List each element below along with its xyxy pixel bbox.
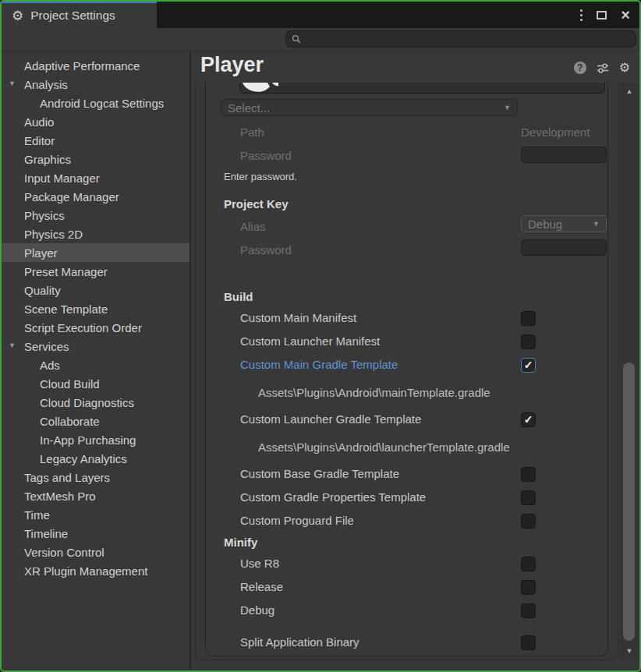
- sidebar-item-label: Services: [24, 340, 69, 353]
- sidebar-item-android-logcat-settings[interactable]: Android Logcat Settings: [2, 94, 189, 112]
- split-application-binary-label: Split Application Binary: [240, 635, 359, 650]
- alias-dropdown[interactable]: Debug ▼: [521, 215, 607, 232]
- custom-gradle-properties-template-checkbox[interactable]: [521, 490, 536, 505]
- custom-launcher-manifest-checkbox[interactable]: [521, 334, 536, 349]
- debug-checkbox[interactable]: [521, 603, 536, 618]
- sidebar-item-label: Legacy Analytics: [40, 452, 127, 465]
- sidebar-item-label: Cloud Build: [40, 377, 100, 391]
- sidebar-item-label: XR Plugin Management: [24, 564, 147, 578]
- custom-launcher-gradle-template-label: Custom Launcher Gradle Template: [240, 412, 421, 427]
- debug-label: Debug: [240, 603, 274, 618]
- gear-icon[interactable]: ⚙: [619, 62, 630, 74]
- custom-main-gradle-template-checkbox[interactable]: ✓: [521, 358, 536, 373]
- keystore-password-input[interactable]: [522, 147, 606, 162]
- sidebar-item-cloud-build[interactable]: Cloud Build: [2, 374, 189, 393]
- sidebar-item-services[interactable]: ▼Services: [2, 337, 189, 355]
- sidebar-item-physics-2d[interactable]: Physics 2D: [2, 225, 189, 243]
- split-application-binary-checkbox[interactable]: [521, 635, 536, 650]
- sidebar-item-label: Tags and Layers: [24, 471, 110, 484]
- sidebar-item-label: TextMesh Pro: [24, 490, 96, 503]
- preset-icon[interactable]: [597, 62, 609, 74]
- sidebar-item-package-manager[interactable]: Package Manager: [2, 187, 189, 206]
- close-icon[interactable]: ×: [621, 7, 630, 23]
- keystore-path-field[interactable]: [239, 83, 605, 94]
- kebab-menu-icon[interactable]: [580, 9, 583, 21]
- sidebar-item-script-execution-order[interactable]: Script Execution Order: [2, 318, 189, 337]
- keystore-select-dropdown[interactable]: Select... ▼: [221, 99, 518, 116]
- sidebar-item-ads[interactable]: Ads: [2, 355, 189, 374]
- sidebar-item-version-control[interactable]: Version Control: [2, 543, 189, 561]
- project-settings-tab[interactable]: ⚙ Project Settings: [2, 2, 157, 28]
- sidebar-item-textmesh-pro[interactable]: TextMesh Pro: [2, 486, 189, 505]
- gradle-path-text: Assets\Plugins\Android\mainTemplate.grad…: [258, 385, 490, 401]
- sidebar-item-editor[interactable]: Editor: [2, 131, 189, 150]
- sidebar-item-physics[interactable]: Physics: [2, 206, 189, 225]
- custom-proguard-file-label: Custom Proguard File: [240, 513, 354, 529]
- sidebar-item-quality[interactable]: Quality: [2, 281, 189, 299]
- foldout-arrow-icon[interactable]: ▼: [9, 342, 16, 349]
- custom-launcher-gradle-template-checkbox[interactable]: ✓: [521, 412, 536, 427]
- custom-main-manifest-label: Custom Main Manifest: [240, 310, 356, 326]
- keystore-select-label: Select...: [228, 101, 270, 115]
- vertical-scrollbar: ▲ ▼: [619, 83, 639, 660]
- project-settings-window: ⚙ Project Settings × Adaptive Performanc…: [0, 0, 641, 672]
- keystore-password-field[interactable]: [521, 147, 607, 163]
- scroll-down-arrow-icon[interactable]: ▼: [619, 648, 639, 655]
- search-field[interactable]: [285, 30, 636, 48]
- maximize-icon[interactable]: [597, 11, 607, 19]
- build-section-header: Build: [224, 289, 253, 305]
- release-checkbox[interactable]: [521, 580, 536, 595]
- sidebar-item-preset-manager[interactable]: Preset Manager: [2, 262, 189, 281]
- sidebar-item-label: Input Manager: [24, 172, 100, 185]
- sidebar-item-xr-plugin-management[interactable]: XR Plugin Management: [2, 561, 189, 580]
- page-title: Player: [200, 53, 264, 77]
- search-icon: [292, 34, 301, 44]
- sidebar-item-scene-template[interactable]: Scene Template: [2, 299, 189, 318]
- sidebar-item-label: Editor: [24, 134, 55, 147]
- sidebar-item-player[interactable]: Player: [2, 243, 189, 262]
- checkmark-icon: ✓: [524, 359, 533, 370]
- sidebar-item-label: Analysis: [24, 78, 68, 91]
- foldout-arrow-icon[interactable]: ▼: [9, 80, 16, 87]
- sidebar-item-collaborate[interactable]: Collaborate: [2, 412, 189, 430]
- sidebar-item-label: Version Control: [24, 546, 104, 559]
- sidebar-item-label: Scene Template: [24, 302, 108, 316]
- player-settings-panel: Player ? ⚙: [191, 51, 639, 670]
- sidebar-item-in-app-purchasing[interactable]: In-App Purchasing: [2, 430, 189, 449]
- use-r8-checkbox[interactable]: [521, 557, 536, 571]
- settings-category-list: Adaptive Performance▼AnalysisAndroid Log…: [2, 51, 191, 670]
- sidebar-item-cloud-diagnostics[interactable]: Cloud Diagnostics: [2, 393, 189, 412]
- title-bar: ⚙ Project Settings ×: [2, 2, 639, 28]
- sidebar-item-label: Graphics: [24, 153, 71, 166]
- custom-base-gradle-template-checkbox[interactable]: [521, 467, 536, 482]
- sidebar-item-legacy-analytics[interactable]: Legacy Analytics: [2, 449, 189, 468]
- custom-main-manifest-checkbox[interactable]: [521, 311, 536, 326]
- sidebar-item-label: Player: [24, 246, 58, 260]
- project-key-password-input[interactable]: [522, 240, 606, 255]
- sidebar-item-timeline[interactable]: Timeline: [2, 524, 189, 543]
- settings-gear-icon: ⚙: [12, 9, 23, 23]
- custom-proguard-file-checkbox[interactable]: [521, 514, 536, 529]
- sidebar-item-adaptive-performance[interactable]: Adaptive Performance: [2, 56, 189, 75]
- sidebar-item-label: Script Execution Order: [24, 321, 142, 334]
- sidebar-item-label: Audio: [24, 115, 54, 129]
- scrollbar-thumb[interactable]: [623, 363, 635, 641]
- search-input[interactable]: [305, 31, 636, 47]
- chevron-down-icon: ▼: [593, 221, 600, 228]
- sidebar-item-input-manager[interactable]: Input Manager: [2, 168, 189, 187]
- help-icon[interactable]: ?: [574, 62, 586, 74]
- enter-password-helper-text: Enter password.: [224, 171, 297, 183]
- keystore-large-icon: [243, 83, 278, 93]
- sidebar-item-time[interactable]: Time: [2, 505, 189, 524]
- scroll-up-arrow-icon[interactable]: ▲: [619, 88, 639, 95]
- project-key-password-field[interactable]: [521, 239, 607, 256]
- sidebar-item-analysis[interactable]: ▼Analysis: [2, 75, 189, 94]
- keystore-path-label: Path: [240, 125, 264, 140]
- sidebar-item-audio[interactable]: Audio: [2, 112, 189, 131]
- sidebar-item-label: Cloud Diagnostics: [40, 396, 134, 409]
- use-r8-label: Use R8: [240, 556, 279, 571]
- sidebar-item-graphics[interactable]: Graphics: [2, 150, 189, 168]
- sidebar-item-tags-and-layers[interactable]: Tags and Layers: [2, 468, 189, 486]
- release-label: Release: [240, 579, 283, 595]
- sidebar-item-label: Android Logcat Settings: [40, 97, 164, 110]
